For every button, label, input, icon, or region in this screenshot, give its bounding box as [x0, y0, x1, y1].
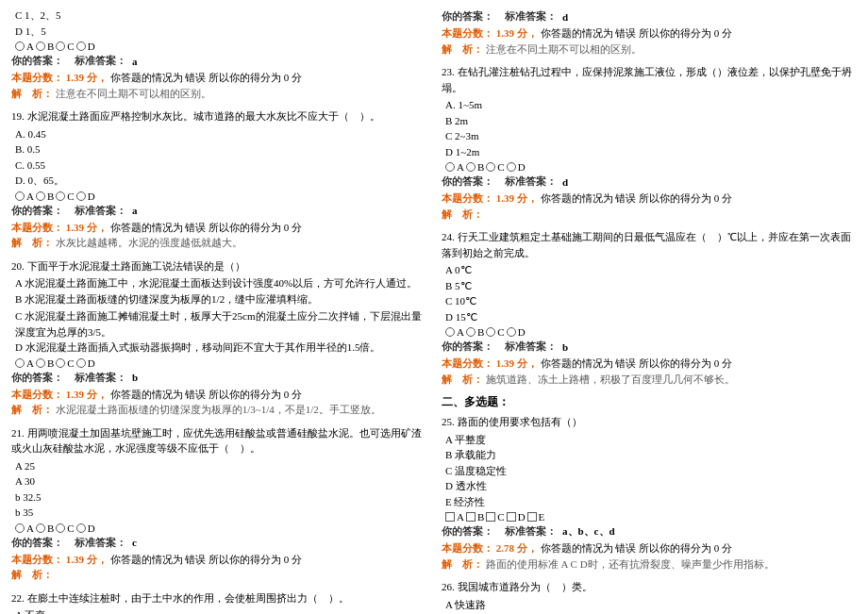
q19-block: 19. 水泥混凝土路面应严格控制水灰比。城市道路的最大水灰比不应大于（ ）。 A… [11, 108, 426, 251]
q25-checkbox-row: A B C D E [445, 511, 857, 523]
q23-radio-a[interactable] [445, 162, 455, 172]
q18-continuation: C 1、2、5 D 1、5 A B C D 你的答案： 标准答案： a 本题分数… [11, 8, 426, 101]
q21-radio-row: A B C D [15, 523, 426, 534]
q25-your-answer-label: 你的答案： [442, 524, 493, 539]
q19-num: 19. [11, 110, 25, 122]
q20-analysis-content: 水泥混凝土路面板缝的切缝深度为板厚的1/3~1/4，不是1/2。手工竖放。 [56, 404, 381, 415]
q19-opt-b: B. 0.5 [15, 141, 426, 158]
q24-score-row: 本题分数： 1.39 分， 你答题的情况为 错误 所以你的得分为 0 分 [442, 356, 857, 372]
q21-score-label: 本题分数： [11, 554, 63, 565]
q18r-score-detail: 你答题的情况为 错误 所以你的得分为 0 分 [541, 27, 733, 39]
q20-radio-b[interactable] [36, 358, 45, 368]
q23-radio-c[interactable] [486, 162, 495, 172]
q20-score: 1.39 分， [66, 389, 108, 400]
q18-radio-c[interactable] [56, 41, 65, 51]
q23-score-row: 本题分数： 1.39 分， 你答题的情况为 错误 所以你的得分为 0 分 [442, 191, 857, 207]
q24-answer-row: 你的答案： 标准答案： b [442, 340, 857, 354]
q23-num: 23. [442, 66, 455, 77]
q20-radio-d[interactable] [76, 358, 86, 368]
q24-opt-b: B 5℃ [445, 278, 857, 294]
q25-opt-b: B 承载能力 [445, 447, 857, 463]
q25-num: 25. [442, 416, 455, 427]
q26-text: 我国城市道路分为（ ）类。 [458, 581, 593, 592]
q19-score-detail: 你答题的情况为 错误 所以你的得分为 0 分 [110, 222, 303, 233]
q21-score: 1.39 分， [66, 554, 108, 565]
q23-opt-d: D 1~2m [445, 144, 857, 160]
q25-analysis: 解 析： 路面的使用标准 A C D时，还有抗滑裂度、噪声量少作用指标。 [442, 556, 857, 573]
q25-check-c[interactable] [486, 512, 495, 522]
q24-block: 24. 行天工业建筑粗定土基础施工期间的日最低气温应在（ ）℃以上，并应在第一次… [442, 229, 857, 387]
q19-radio-d[interactable] [76, 191, 86, 201]
q20-your-answer-label: 你的答案： [11, 371, 63, 385]
q18-analysis-content: 注意在不同土期不可以相的区别。 [56, 88, 211, 99]
q20-radio-a[interactable] [15, 358, 25, 368]
q25-check-e[interactable] [527, 512, 537, 522]
q19-radio-c[interactable] [56, 191, 65, 201]
q25-opt-c: C 温度稳定性 [445, 463, 857, 479]
q20-block: 20. 下面平于水泥混凝土路面施工说法错误的是（） A 水泥混凝土路面施工中，水… [11, 258, 426, 418]
q18-radio-a[interactable] [15, 41, 25, 51]
q24-score: 1.39 分， [496, 357, 538, 369]
q23-title: 23. 在钻孔灌注桩钻孔过程中，应保持泥浆施工液位，形成（）液位差，以保护孔壁免… [442, 64, 857, 95]
q26-opt-a: A 快速路 [445, 597, 857, 613]
q18-std-label: 标准答案： [75, 54, 126, 68]
q24-analysis: 解 析： 施筑道路、冻土上路槽，积极了百度理几几何不够长。 [442, 372, 857, 388]
q23-score-detail: 你答题的情况为 错误 所以你的得分为 0 分 [541, 192, 733, 204]
q24-radio-d[interactable] [507, 327, 516, 337]
q20-text: 下面平于水泥混凝土路面施工说法错误的是（） [27, 260, 245, 272]
q19-radio-a[interactable] [15, 191, 25, 201]
q24-radio-b[interactable] [466, 327, 476, 337]
q21-radio-c[interactable] [56, 523, 65, 533]
q21-radio-d[interactable] [76, 523, 86, 533]
q21-opt-b325: b 32.5 [15, 490, 426, 506]
q25-check-b[interactable] [466, 512, 476, 522]
q18r-answer-row: 你的答案： 标准答案： d [442, 9, 857, 24]
q18-your-answer-label: 你的答案： [11, 54, 63, 68]
q25-analysis-content: 路面的使用标准 A C D时，还有抗滑裂度、噪声量少作用指标。 [486, 558, 775, 570]
q24-score-label: 本题分数： [442, 357, 493, 369]
q18r-analysis: 解 析： 注意在不同土期不可以相的区别。 [442, 41, 857, 58]
q21-analysis: 解 析： [11, 567, 426, 583]
q18-radio-d[interactable] [76, 41, 86, 51]
q25-title: 25. 路面的使用要求包括有（） [442, 414, 857, 430]
q19-answer-row: 你的答案： 标准答案： a [11, 204, 426, 218]
q23-score-label: 本题分数： [442, 192, 493, 204]
q18-score-detail: 你答题的情况为 错误 所以你的得分为 0 分 [110, 72, 303, 83]
q21-radio-a[interactable] [15, 523, 25, 533]
q19-title: 19. 水泥混凝土路面应严格控制水灰比。城市道路的最大水灰比不应大于（ ）。 [11, 108, 426, 124]
q19-radio-b[interactable] [36, 191, 45, 201]
q25-answer-row: 你的答案： 标准答案： a、b、c、d [442, 524, 857, 539]
q24-opt-a: A 0℃ [445, 262, 857, 278]
q24-title: 24. 行天工业建筑粗定土基础施工期间的日最低气温应在（ ）℃以上，并应在第一次… [442, 229, 857, 260]
q24-analysis-label: 解 析： [442, 373, 483, 385]
q25-check-d[interactable] [507, 512, 516, 522]
q19-opt-a: A. 0.45 [15, 126, 426, 142]
q21-std-answer: c [132, 537, 137, 548]
q21-radio-b[interactable] [36, 523, 45, 533]
q25-score-row: 本题分数： 2.78 分， 你答题的情况为 错误 所以你的得分为 0 分 [442, 540, 857, 556]
q18-std-answer: a [132, 56, 138, 67]
q23-radio-b[interactable] [466, 162, 476, 172]
q20-radio-c[interactable] [56, 358, 65, 368]
q24-opt-d: D 15℃ [445, 309, 857, 325]
q24-radio-a[interactable] [445, 327, 455, 337]
q18-analysis-label: 解 析： [11, 88, 53, 99]
q25-check-a[interactable] [445, 512, 455, 522]
q25-block: 25. 路面的使用要求包括有（） A 平整度 B 承载能力 C 温度稳定性 D … [442, 414, 857, 572]
q23-block: 23. 在钻孔灌注桩钻孔过程中，应保持泥浆施工液位，形成（）液位差，以保护孔壁免… [442, 64, 857, 222]
q19-radio-row: A B C D [15, 191, 426, 202]
q18r-analysis-label: 解 析： [442, 43, 483, 55]
q23-analysis-label: 解 析： [442, 208, 483, 220]
q20-opt-c: C 水泥混凝土路面施工摊铺混凝土时，板厚大于25cm的混凝土应分二次拌铺，下层混… [15, 308, 426, 340]
q20-analysis-label: 解 析： [11, 404, 53, 415]
q23-radio-row: A B C D [445, 161, 857, 173]
q26-block: 26. 我国城市道路分为（ ）类。 A 快速路 B 主干路 C 次干路 D 街坊… [442, 579, 857, 614]
q24-radio-c[interactable] [486, 327, 495, 337]
q21-answer-row: 你的答案： 标准答案： c [11, 536, 426, 550]
q18-radio-b[interactable] [36, 41, 45, 51]
q20-opt-d: D 水泥混凝土路面插入式振动器振捣时，移动间距不宜大于其作用半径的1.5倍。 [15, 340, 426, 356]
q18r-analysis-content: 注意在不同土期不可以相的区别。 [486, 43, 642, 55]
q26-num: 26. [442, 581, 455, 592]
q23-radio-d[interactable] [507, 162, 516, 172]
q20-opt-a: A 水泥混凝土路面施工中，水泥混凝土面板达到设计强度40%以后，方可允许行人通过… [15, 275, 426, 291]
